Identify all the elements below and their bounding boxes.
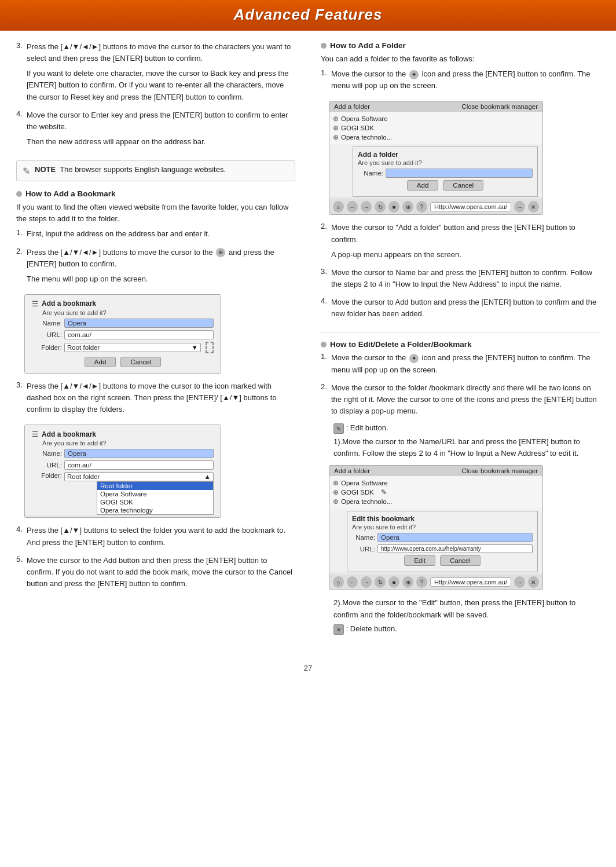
mock3-popup: Add a folder Are you sure to add it? Nam…: [353, 147, 538, 197]
mock4-url-input[interactable]: http://www.opera.com.au/help/warranty: [377, 544, 533, 553]
bm-step4: Press the [▲/▼] buttons to select the fo…: [27, 525, 295, 548]
mock1-url-input[interactable]: com.au/: [64, 330, 214, 339]
bookmark-mock2: ☰ Add a bookmark Are you sure to add it?…: [24, 425, 221, 518]
folder-step3: Move the cursor to Name bar and press th…: [331, 267, 600, 290]
mock2-folder-label: Folder:: [32, 472, 62, 479]
step3-section: 3. Press the [▲/▼/◄/►] buttons to move t…: [16, 41, 295, 151]
mock4-nav-refresh[interactable]: ↻: [375, 576, 386, 588]
mock2-folder-icon: ☰: [32, 430, 39, 438]
bm-step2a: Press the [▲/▼/◄/►] buttons to move the …: [27, 247, 295, 270]
mock1-name-input[interactable]: Opera: [64, 319, 214, 328]
nav-plus-btn[interactable]: ⊕: [402, 201, 413, 213]
bm-step1: First, input the address on the address …: [27, 228, 210, 240]
mock3-header-left: Add a folder: [334, 103, 370, 110]
page-header: Advanced Features: [0, 0, 616, 31]
mock4-nav-help[interactable]: ?: [416, 576, 427, 588]
mock4-nav-home[interactable]: ⌂: [333, 576, 344, 588]
mock3-tree: ⊕ Opera Software ⊕ GOGI SDK ⊕ Opera tech…: [329, 112, 542, 144]
dropdown-item-tech[interactable]: Opera technology: [97, 506, 213, 514]
mock2-dropdown-list: Root folder Opera Software GOGI SDK Oper…: [97, 481, 214, 515]
mock1-folder-icon: ☰: [32, 299, 39, 308]
tree-item-opera: ⊕ Opera Software: [333, 114, 539, 123]
delete-icon-label: ✕ : Delete button.: [333, 624, 600, 635]
mock1-folder-dropdown[interactable]: Root folder ▼: [64, 343, 201, 352]
mock4-nav-plus[interactable]: ⊕: [402, 576, 413, 588]
mock4-nav-close[interactable]: ✕: [528, 576, 539, 588]
step4-detail: Then the new address will appear on the …: [27, 136, 295, 148]
mock4-nav-star[interactable]: ★: [388, 576, 399, 588]
edit-star-icon: ✦: [409, 354, 419, 363]
dropdown-item-opera[interactable]: Opera Software: [97, 490, 213, 498]
folder-section-title: How to Add a Folder: [330, 41, 406, 50]
mock1-name-label: Name:: [32, 320, 62, 327]
mock2-url-label: URL:: [32, 462, 62, 469]
mock4-nav-go[interactable]: →: [514, 576, 525, 588]
mock3-name-label: Name:: [358, 170, 383, 177]
folder-bullet: [321, 43, 327, 49]
mock4-cancel-btn[interactable]: Cancel: [440, 555, 481, 566]
mock3-header: Add a folder Close bookmark manager: [329, 101, 542, 112]
mock2-folder-dropdown[interactable]: Root folder ▲: [64, 472, 214, 481]
nav-go-btn[interactable]: →: [514, 201, 525, 213]
nav-forward-btn[interactable]: →: [361, 201, 372, 213]
edit-icon-label: ✎ : Edit button.: [333, 423, 600, 434]
mock4-tree-tech: ⊕ Opera technolo...: [333, 497, 539, 506]
folder-mock3: Add a folder Close bookmark manager ⊕ Op…: [329, 101, 543, 215]
mock1-title: Add a bookmark: [42, 299, 96, 308]
nav-refresh-btn[interactable]: ↻: [375, 201, 386, 213]
mock4-header-right: Close bookmark manager: [461, 467, 538, 474]
mock4-popup: Edit this bookmark Are you sure to edit …: [347, 511, 538, 572]
mock2-subtitle: Are you sure to add it?: [42, 440, 214, 447]
folder-star-icon: ✦: [409, 70, 419, 79]
nav-star-btn[interactable]: ★: [388, 201, 399, 213]
mock1-cancel-btn[interactable]: Cancel: [120, 357, 161, 367]
mock4-nav-fwd[interactable]: →: [361, 576, 372, 588]
mock3-cancel-btn[interactable]: Cancel: [443, 180, 483, 191]
nav-back-btn[interactable]: ←: [347, 201, 358, 213]
mock2-title: Add a bookmark: [42, 430, 96, 438]
dropdown-item-root[interactable]: Root folder: [97, 482, 213, 490]
mock4-url-label: URL:: [352, 546, 375, 553]
bm-step3-num: 3.: [16, 381, 24, 419]
mock2-url-input[interactable]: com.au/: [64, 460, 214, 470]
edit-step2-num: 2.: [321, 382, 329, 420]
mock4-tree: ⊕ Opera Software ⊕ GOGI SDK ✎ ⊕ Opera te…: [329, 476, 542, 509]
mock4-nav-back[interactable]: ←: [347, 576, 358, 588]
mock3-name-input[interactable]: [386, 169, 533, 178]
nav-help-btn[interactable]: ?: [416, 201, 427, 213]
dropdown-item-gogi[interactable]: GOGI SDK: [97, 498, 213, 506]
bm-step4-num: 4.: [16, 525, 24, 551]
mock1-subtitle: Are you sure to add it?: [42, 309, 214, 316]
mock3-header-right: Close bookmark manager: [461, 103, 538, 110]
edit-step1-num: 1.: [321, 352, 329, 379]
bookmark-section: How to Add a Bookmark If you want to fin…: [16, 189, 295, 593]
mock3-popup-sub: Are you sure to add it?: [358, 159, 533, 166]
bookmark-bullet: [16, 191, 22, 197]
mock3-add-btn[interactable]: Add: [407, 180, 438, 191]
mock4-edit-btn[interactable]: Edit: [404, 555, 435, 566]
mock1-url-label: URL:: [32, 331, 62, 338]
step4-text: Move the cursor to Enter key and press t…: [27, 109, 295, 133]
folder-step2: Move the cursor to "Add a folder" button…: [331, 222, 600, 245]
mock4-edit-icon[interactable]: ✎: [381, 488, 387, 496]
mock1-add-btn[interactable]: Add: [85, 357, 116, 367]
delete-icon: ✕: [333, 624, 344, 635]
tree-item-gogi: ⊕ GOGI SDK: [333, 123, 539, 133]
edit-step-1move: 1).Move the cursor to the Name/URL bar a…: [333, 436, 600, 459]
nav-close-btn[interactable]: ✕: [528, 201, 539, 213]
note-icon: ✎: [23, 166, 30, 177]
nav-home-btn[interactable]: ⌂: [333, 201, 344, 213]
mock4-popup-title: Edit this bookmark: [352, 515, 533, 523]
mock4-url-bar[interactable]: Http://www.opera.com.au/: [430, 577, 511, 587]
bm-step5: Move the cursor to the Add button and th…: [27, 555, 295, 590]
right-column: How to Add a Folder You can add a folder…: [315, 41, 600, 644]
mock4-popup-sub: Are you sure to edit it?: [352, 524, 533, 531]
bm-step5-num: 5.: [16, 555, 24, 593]
note-box: ✎ NOTE The browser supports English lang…: [16, 160, 295, 181]
mock2-name-input[interactable]: Opera: [64, 449, 214, 458]
bm-step1-num: 1.: [16, 228, 24, 243]
mock4-tree-opera: ⊕ Opera Software: [333, 478, 539, 488]
mock4-name-input[interactable]: Opera: [377, 533, 533, 542]
bookmark-mock1: ☰ Add a bookmark Are you sure to add it?…: [24, 294, 221, 374]
mock3-url-bar[interactable]: Http://www.opera.com.au/: [430, 202, 511, 211]
